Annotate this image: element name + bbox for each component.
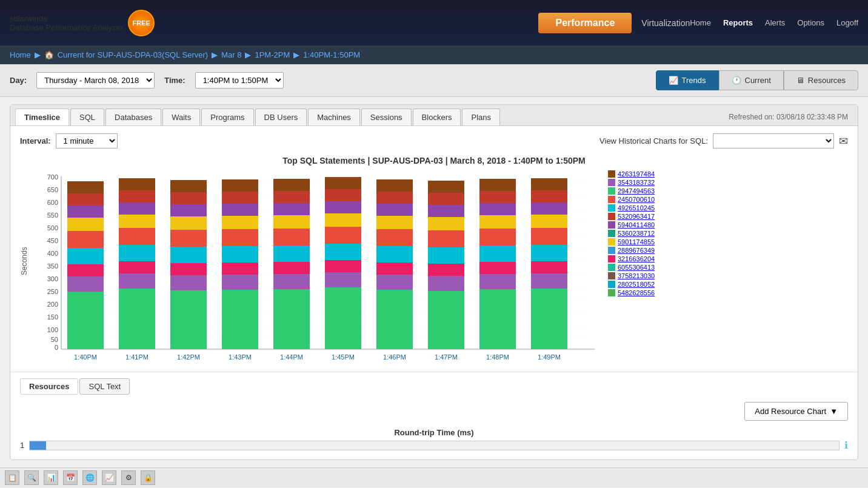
- nav-options[interactable]: Options: [797, 18, 824, 27]
- svg-rect-105: [479, 203, 516, 215]
- breadcrumb-range1[interactable]: 1PM-2PM: [255, 50, 290, 59]
- toolbar-icon-8[interactable]: 🔒: [141, 470, 155, 485]
- legend-item-4[interactable]: 2450700610: [608, 196, 655, 203]
- legend-item-15[interactable]: 5482628556: [608, 289, 655, 296]
- toolbar-icon-6[interactable]: 📈: [102, 470, 116, 485]
- tab-databases[interactable]: Databases: [105, 109, 161, 125]
- svg-rect-29: [119, 289, 155, 349]
- breadcrumb-current[interactable]: Current for SUP-AUS-DPA-03(SQL Server): [58, 50, 209, 59]
- interval-select[interactable]: 1 minute5 minutes10 minutes: [56, 133, 118, 149]
- legend-item-10[interactable]: 2889676349: [608, 247, 655, 254]
- toolbar-icon-1[interactable]: 📋: [5, 470, 19, 485]
- nav-logoff[interactable]: Logoff: [836, 18, 858, 27]
- tab-plans[interactable]: Plans: [462, 109, 500, 125]
- svg-rect-75: [325, 201, 361, 213]
- legend-item-14[interactable]: 2802518052: [608, 281, 655, 288]
- add-resource-row: Add Resource Chart ▼: [20, 402, 848, 421]
- legend-item-13[interactable]: 3758213030: [608, 272, 655, 279]
- tab-blockers[interactable]: Blockers: [413, 109, 461, 125]
- tab-programs[interactable]: Programs: [201, 109, 253, 125]
- legend-link-1[interactable]: 4263197484: [618, 170, 655, 178]
- legend-link-6[interactable]: 5320963417: [618, 213, 655, 220]
- legend-link-8[interactable]: 5360238712: [618, 230, 655, 237]
- tab-machines[interactable]: Machines: [308, 109, 360, 125]
- legend-link-5[interactable]: 4926510245: [618, 204, 655, 212]
- legend-link-11[interactable]: 3216636204: [618, 255, 655, 262]
- day-select[interactable]: Thursday - March 08, 2018: [36, 72, 155, 89]
- breadcrumb-sep2: ▶: [212, 50, 218, 59]
- chart-container: Top SQL Statements | SUP-AUS-DPA-03 | Ma…: [20, 156, 848, 364]
- svg-rect-87: [376, 179, 413, 192]
- tab-waits[interactable]: Waits: [162, 109, 200, 125]
- svg-text:0: 0: [55, 344, 58, 351]
- legend-link-14[interactable]: 2802518052: [618, 281, 655, 288]
- time-select[interactable]: 1:40PM to 1:50PM: [195, 72, 284, 89]
- info-icon[interactable]: ℹ: [844, 440, 848, 451]
- svg-text:700: 700: [47, 173, 58, 181]
- legend-link-2[interactable]: 3543183732: [618, 179, 655, 186]
- svg-rect-57: [222, 179, 258, 192]
- svg-text:50: 50: [51, 336, 58, 343]
- svg-text:1:49PM: 1:49PM: [538, 353, 561, 361]
- chart-area: Interval: 1 minute5 minutes10 minutes Vi…: [10, 126, 858, 372]
- legend-item-6[interactable]: 5320963417: [608, 213, 655, 220]
- tab-sql[interactable]: SQL: [70, 109, 104, 125]
- round-trip-bar: [29, 441, 840, 450]
- legend-link-10[interactable]: 2889676349: [618, 247, 655, 254]
- legend-link-7[interactable]: 5940411480: [618, 221, 655, 229]
- legend-link-4[interactable]: 2450700610: [618, 196, 655, 203]
- bottom-tab-resources[interactable]: Resources: [20, 378, 78, 395]
- legend-item-8[interactable]: 5360238712: [608, 230, 655, 237]
- legend-item-2[interactable]: 3543183732: [608, 179, 655, 186]
- svg-rect-71: [325, 260, 361, 272]
- nav-home[interactable]: Home: [690, 18, 711, 27]
- svg-text:350: 350: [47, 262, 58, 270]
- legend-link-13[interactable]: 3758213030: [618, 272, 655, 279]
- round-trip-value: 1: [20, 441, 24, 450]
- legend-item-7[interactable]: 5940411480: [608, 221, 655, 229]
- svg-rect-49: [222, 290, 258, 349]
- virtualization-button[interactable]: Virtualization: [641, 18, 690, 28]
- toolbar-icon-2[interactable]: 🔍: [24, 470, 39, 485]
- tab-trends[interactable]: 📈 Trends: [656, 70, 719, 90]
- svg-rect-111: [531, 261, 567, 273]
- breadcrumb-mar[interactable]: Mar 8: [221, 50, 241, 59]
- legend-item-9[interactable]: 5901174855: [608, 238, 655, 246]
- performance-button[interactable]: Performance: [538, 13, 632, 33]
- nav-reports[interactable]: Reports: [723, 18, 753, 27]
- legend-item-5[interactable]: 4926510245: [608, 204, 655, 212]
- toolbar-icon-7[interactable]: ⚙: [121, 470, 136, 485]
- svg-rect-72: [325, 244, 361, 260]
- email-icon[interactable]: ✉: [839, 135, 848, 148]
- svg-rect-106: [479, 191, 516, 203]
- tab-resources[interactable]: 🖥 Resources: [784, 70, 858, 90]
- logo-area: solarwinds Database Performance Analyzer…: [10, 10, 538, 36]
- legend-link-3[interactable]: 2947494563: [618, 187, 655, 195]
- legend-link-12[interactable]: 6055306413: [618, 264, 655, 271]
- breadcrumb-range2[interactable]: 1:40PM-1:50PM: [303, 50, 360, 59]
- add-resource-button[interactable]: Add Resource Chart ▼: [744, 402, 848, 421]
- tab-timeslice[interactable]: Timeslice: [15, 109, 69, 125]
- legend-link-9[interactable]: 5901174855: [618, 238, 655, 246]
- tab-current[interactable]: 🕐 Current: [719, 70, 784, 90]
- legend-item-12[interactable]: 6055306413: [608, 264, 655, 271]
- toolbar-icon-5[interactable]: 🌐: [82, 470, 97, 485]
- toolbar-icon-4[interactable]: 📅: [63, 470, 78, 485]
- time-label: Time:: [164, 76, 185, 85]
- svg-rect-97: [428, 181, 464, 193]
- legend-item-11[interactable]: 3216636204: [608, 255, 655, 262]
- svg-text:1:47PM: 1:47PM: [435, 353, 458, 361]
- nav-alerts[interactable]: Alerts: [765, 18, 785, 27]
- toolbar-icon-3[interactable]: 📊: [44, 470, 58, 485]
- legend-link-15[interactable]: 5482628556: [618, 289, 655, 296]
- chart-svg-area: Seconds 700 650: [20, 170, 848, 364]
- hist-charts-select[interactable]: [713, 133, 834, 149]
- svg-rect-37: [119, 178, 155, 190]
- dropdown-arrow-icon: ▼: [830, 407, 838, 416]
- legend-item-1[interactable]: 4263197484: [608, 170, 655, 178]
- breadcrumb-home[interactable]: Home: [10, 50, 31, 59]
- legend-item-3[interactable]: 2947494563: [608, 187, 655, 195]
- bottom-tab-sqltext[interactable]: SQL Text: [79, 378, 130, 395]
- tab-dbusers[interactable]: DB Users: [255, 109, 307, 125]
- tab-sessions[interactable]: Sessions: [361, 109, 412, 125]
